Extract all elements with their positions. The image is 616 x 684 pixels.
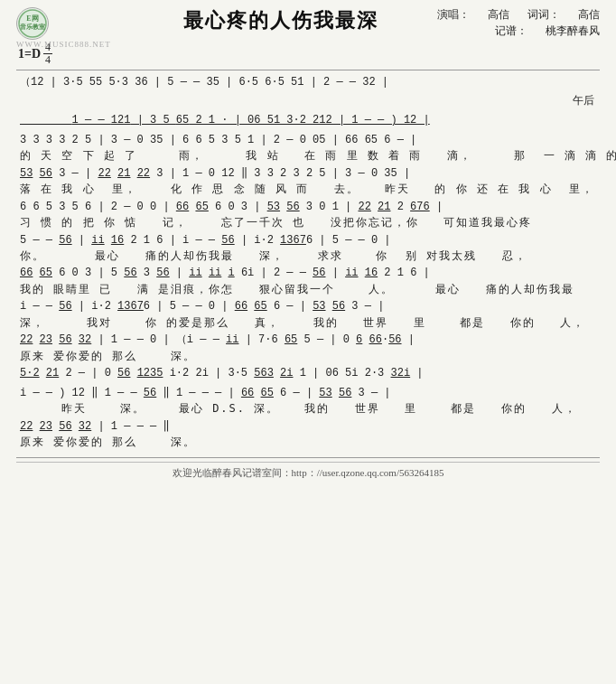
- lyrics-row-4: 落 在 我 心 里， 化 作 思 念 随 风 而 去。 昨天 的 你 还 在 我…: [20, 183, 596, 197]
- lyricist-value: 高信: [578, 7, 600, 23]
- meta-area: 演唱： 高信 词词： 高信 记谱： 桃李醉春风: [437, 7, 600, 40]
- score-line-3: 3 3 3 3 2 5 | 3 — 0 35 | 6 6 5 3 5 1 | 2…: [20, 131, 596, 164]
- lyricist-label: 词词：: [527, 7, 560, 23]
- svg-text:音乐教室: 音乐教室: [20, 23, 45, 31]
- lyrics-row-8: 深， 我对 你 的爱是那么 真， 我的 世界 里 都是 你的 人，: [20, 316, 596, 331]
- lyrics-row-11: 昨天 深。 最心 D.S. 深。 我的 世界 里 都是 你的 人，: [20, 402, 596, 417]
- meta-row-composer: 记谱： 桃李醉春风: [495, 23, 600, 39]
- composer-label: 记谱：: [495, 23, 527, 39]
- notes-row-8: i — — 56 | i·2 13676 | 5 — — 0 | 66 65 6…: [20, 297, 596, 315]
- notes-row-6: 5 — — 56 | ii 16 2 1 6 | i — — 56 | i·2 …: [20, 231, 596, 249]
- score-line-1: （12 | 3·5 55 5·3 36 | 5 — — 35 | 6·5 6·5…: [20, 73, 596, 91]
- score-line-11: i — — ) 12 ‖ 1 — — 56 ‖ 1 — — — | 66 65 …: [20, 384, 596, 417]
- score-line-5: 6 6 5 3 5 6 | 2 — 0 0 | 66 65 6 0 3 | 53…: [20, 198, 596, 230]
- notes-row-9: 22 23 56 32 | 1 — — 0 | （i — — ii | 7·6 …: [20, 331, 596, 349]
- notes-row-11: i — — ) 12 ‖ 1 — — 56 ‖ 1 — — — | 66 65 …: [20, 384, 596, 402]
- watermark: WWW.MUSIC888.NET: [16, 40, 111, 49]
- notes-row-10: 5·2 21 2 — | 0 56 1235 i·2 2i | 3·5 563 …: [20, 364, 596, 382]
- lyrics-row-3: 的 天 空 下 起 了 雨， 我 站 在 雨 里 数 着 雨 滴， 那 一 滴 …: [20, 149, 596, 164]
- notes-row-5: 6 6 5 3 5 6 | 2 — 0 0 | 66 65 6 0 3 | 53…: [20, 198, 596, 216]
- singer-label: 演唱：: [437, 7, 470, 23]
- score-line-10: 5·2 21 2 — | 0 56 1235 i·2 2i | 3·5 563 …: [20, 364, 596, 382]
- lyrics-row-7: 我的 眼睛里 已 满 是泪痕，你怎 狠心留我一个 人。 最心 痛的人却伤我最: [20, 283, 596, 297]
- singer-value: 高信: [488, 7, 509, 23]
- score-content: （12 | 3·5 55 5·3 36 | 5 — — 35 | 6·5 6·5…: [16, 73, 600, 449]
- score-line-6: 5 — — 56 | ii 16 2 1 6 | i — — 56 | i·2 …: [20, 231, 596, 264]
- lyrics-row-5: 习 惯 的 把 你 惦 记， 忘了一千次 也 没把你忘记，你 可知道我最心疼: [20, 216, 596, 230]
- logo-icon: E网 音乐教室: [16, 7, 49, 40]
- song-title: 最心疼的人伤我最深: [125, 7, 437, 34]
- logo-area: E网 音乐教室: [16, 7, 125, 40]
- meta-row-singer: 演唱： 高信 词词： 高信: [437, 7, 600, 23]
- time-sig-bottom: 4: [43, 54, 52, 66]
- lyrics-row-6: 你。 最心 痛的人却伤我最 深， 求求 你 别 对我太残 忍，: [20, 249, 596, 264]
- notes-row-3: 3 3 3 3 2 5 | 3 — 0 35 | 6 6 5 3 5 1 | 2…: [20, 131, 596, 149]
- header: E网 音乐教室 最心疼的人伤我最深 演唱： 高信 词词： 高信 记谱： 桃李醉春…: [16, 7, 600, 40]
- bottom-divider: [16, 457, 600, 458]
- svg-text:E网: E网: [26, 14, 38, 23]
- score-line-12: 22 23 56 32 | 1 — — — ‖ 原来 爱你爱的 那么 深。: [20, 417, 596, 450]
- afternoon-label: 午后: [573, 93, 594, 108]
- notes-row-1: （12 | 3·5 55 5·3 36 | 5 — — 35 | 6·5 6·5…: [20, 73, 596, 91]
- score-line-2: 1 — — 121 | 3 5 65 2 1 · | 06 51 3·2 212…: [20, 93, 596, 130]
- notes-row-4: 53 56 3 — | 22 21 22 3 | 1 — 0 12 ‖ 3 3 …: [20, 164, 596, 183]
- score-line-7: 66 65 6 0 3 | 5 56 3 56 | ii ii i 6i | 2…: [20, 264, 596, 296]
- footer: 欢迎光临醉春风记谱室间：http：//user.qzone.qq.com/563…: [16, 462, 600, 480]
- lyrics-row-12: 原来 爱你爱的 那么 深。: [20, 436, 596, 450]
- score-line-4: 53 56 3 — | 22 21 22 3 | 1 — 0 12 ‖ 3 3 …: [20, 164, 596, 197]
- score-line-8: i — — 56 | i·2 13676 | 5 — — 0 | 66 65 6…: [20, 297, 596, 330]
- title-area: 最心疼的人伤我最深: [125, 7, 437, 34]
- top-divider: [16, 70, 600, 70]
- notes-row-2: 1 — — 121 | 3 5 65 2 1 · | 06 51 3·2 212…: [20, 93, 596, 130]
- lyrics-row-9: 原来 爱你爱的 那么 深。: [20, 350, 596, 364]
- key-signature: 1=D: [18, 47, 41, 61]
- composer-value: 桃李醉春风: [546, 23, 600, 39]
- notes-row-7: 66 65 6 0 3 | 5 56 3 56 | ii ii i 6i | 2…: [20, 264, 596, 282]
- notes-row-12: 22 23 56 32 | 1 — — — ‖: [20, 417, 596, 436]
- score-line-9: 22 23 56 32 | 1 — — 0 | （i — — ii | 7·6 …: [20, 331, 596, 363]
- page: E网 音乐教室 最心疼的人伤我最深 演唱： 高信 词词： 高信 记谱： 桃李醉春…: [0, 0, 616, 684]
